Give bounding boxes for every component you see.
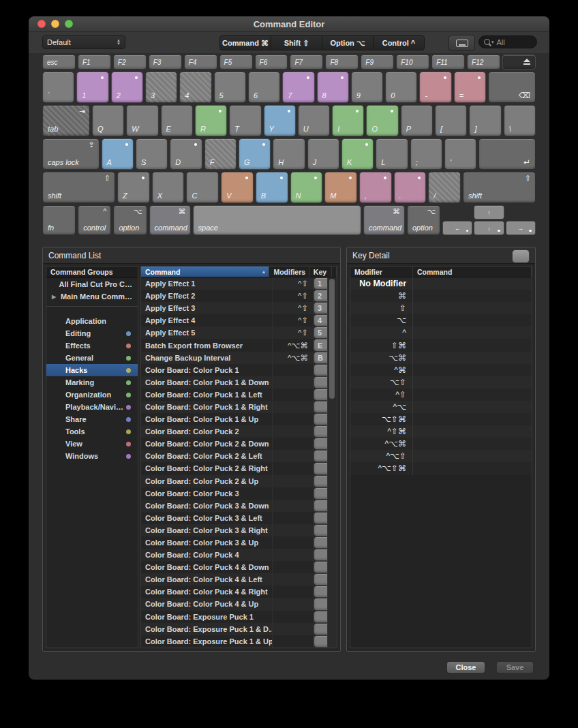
table-row[interactable]: Color Board: Color Puck 4 (141, 549, 337, 561)
modifier-row[interactable]: ^⇧ (350, 389, 532, 401)
key--[interactable]: ; (410, 138, 442, 170)
group-item-application[interactable]: Application (46, 315, 138, 327)
scrollbar-thumb[interactable] (329, 279, 335, 399)
key-r[interactable]: R (195, 105, 227, 136)
modifier-row[interactable]: ^⌥⌘ (350, 438, 532, 450)
column-header-key[interactable]: Key (309, 267, 332, 277)
key-f6[interactable]: F6 (255, 55, 288, 70)
table-row[interactable]: Change Backup Interval^⌥⌘B (141, 352, 337, 364)
key-p[interactable]: P (401, 105, 433, 136)
group-item-editing[interactable]: Editing (46, 327, 138, 339)
table-row[interactable]: Color Board: Color Puck 3 & Left (141, 512, 337, 524)
table-row[interactable]: Color Board: Exposure Puck 1 & D… (141, 623, 337, 635)
table-row[interactable]: Color Board: Color Puck 3 (141, 487, 337, 500)
key-d[interactable]: D (170, 138, 202, 170)
table-row[interactable]: Color Board: Color Puck 4 & Right (141, 586, 337, 598)
key-arrow-down[interactable]: ↓ (474, 221, 504, 235)
table-row[interactable]: Color Board: Color Puck 2 & Down (141, 438, 337, 450)
modifier-row[interactable]: ^⌥⇧⌘ (350, 462, 532, 474)
key-z[interactable]: Z (117, 172, 150, 203)
group-item-playback-navi-[interactable]: Playback/Navi… (46, 401, 138, 413)
modifier-filter-control[interactable]: Control ^ (374, 36, 424, 50)
table-row[interactable]: Apply Effect 2^⇧2 (141, 290, 337, 302)
modifier-row[interactable]: ⇧ (350, 302, 532, 314)
group-item-organization[interactable]: Organization (46, 389, 138, 401)
column-header-modifier[interactable]: Modifier (350, 267, 413, 277)
key-j[interactable]: J (307, 138, 339, 170)
command-table-scrollbar[interactable] (327, 277, 337, 648)
key-w[interactable]: W (126, 105, 158, 136)
group-item-all-final-cut-pro-c-[interactable]: All Final Cut Pro C… (46, 278, 138, 290)
modifier-row[interactable]: ⌥⌘ (350, 352, 532, 364)
table-row[interactable]: Color Board: Color Puck 2 & Right (141, 462, 337, 474)
close-button[interactable]: Close (446, 661, 485, 673)
key-f12[interactable]: F12 (467, 55, 500, 70)
modifier-row[interactable]: ^⌥⇧ (350, 450, 532, 462)
key--[interactable]: \ (504, 105, 536, 136)
minimize-window-button[interactable] (51, 20, 59, 28)
column-header-command[interactable]: Command▲ (141, 267, 269, 277)
key--[interactable]: [ (435, 105, 467, 136)
key-f5[interactable]: F5 (219, 55, 253, 70)
table-row[interactable]: Color Board: Color Puck 2 & Up (141, 475, 337, 487)
table-row[interactable]: Color Board: Color Puck 1 & Down (141, 376, 337, 389)
key-right-shift[interactable]: shift⇧ (463, 172, 536, 203)
table-row[interactable]: Apply Effect 5^⇧5 (141, 327, 337, 339)
key-b[interactable]: B (256, 172, 288, 203)
key-3[interactable]: 3 (145, 72, 177, 103)
key-return[interactable]: ↵ (478, 138, 536, 170)
table-row[interactable]: Color Board: Color Puck 4 & Up (141, 598, 337, 610)
key-k[interactable]: K (341, 138, 374, 170)
key-c[interactable]: C (186, 172, 219, 203)
key--[interactable]: ' (444, 138, 476, 170)
modifier-row[interactable]: ⇧⌘ (350, 339, 532, 351)
key-space[interactable]: space (193, 205, 361, 235)
command-set-dropdown[interactable]: Default ▲▼ (42, 35, 125, 49)
key-f4[interactable]: F4 (184, 55, 217, 70)
group-item-main-menu-comm-[interactable]: ▶Main Menu Comm… (46, 290, 138, 303)
key-f3[interactable]: F3 (149, 55, 182, 70)
key--[interactable]: / (428, 172, 461, 203)
modifier-filter-command[interactable]: Command ⌘ (220, 36, 271, 50)
modifier-filter-option[interactable]: Option ⌥ (322, 36, 374, 50)
column-header-modifiers[interactable]: Modifiers (269, 267, 309, 277)
key-f2[interactable]: F2 (113, 55, 147, 70)
key--[interactable]: . (394, 172, 427, 203)
save-button[interactable]: Save (496, 661, 534, 673)
table-row[interactable]: Color Board: Color Puck 1 & Left (141, 389, 337, 401)
modifier-row[interactable]: No Modifier (350, 277, 532, 290)
key-e[interactable]: E (161, 105, 193, 136)
group-item-windows[interactable]: Windows (46, 450, 138, 462)
search-field[interactable]: ▾ All (478, 35, 537, 48)
modifier-filter-shift[interactable]: Shift ⇧ (271, 36, 322, 50)
key-y[interactable]: Y (264, 105, 296, 136)
group-item-hacks[interactable]: Hacks (46, 364, 138, 376)
search-scope-chevron-icon[interactable]: ▾ (491, 40, 494, 45)
key-0[interactable]: 0 (385, 72, 417, 103)
key-5[interactable]: 5 (214, 72, 246, 103)
key-h[interactable]: H (273, 138, 305, 170)
key-f9[interactable]: F9 (361, 55, 394, 70)
modifier-row[interactable]: ⌘ (350, 290, 532, 302)
table-row[interactable]: Color Board: Color Puck 3 & Right (141, 524, 337, 536)
zoom-window-button[interactable] (65, 20, 73, 28)
key-caps-lock[interactable]: caps lock⇪ (42, 138, 100, 170)
key-m[interactable]: M (324, 172, 357, 203)
key--[interactable]: ] (469, 105, 501, 136)
key-eject[interactable] (502, 55, 536, 70)
table-row[interactable]: Batch Export from Browser^⌥⌘E (141, 339, 337, 351)
table-row[interactable]: Color Board: Color Puck 1 & Right (141, 401, 337, 413)
key-6[interactable]: 6 (248, 72, 280, 103)
group-item-view[interactable]: View (46, 438, 138, 450)
key-8[interactable]: 8 (317, 72, 349, 103)
table-row[interactable]: Color Board: Exposure Puck 1 (141, 611, 337, 623)
table-row[interactable]: Color Board: Exposure Puck 1 & Up (141, 635, 337, 648)
table-row[interactable]: Color Board: Color Puck 2 & Left (141, 450, 337, 462)
table-row[interactable]: Color Board: Color Puck 4 & Down (141, 561, 337, 573)
group-item-general[interactable]: General (46, 352, 138, 364)
key-option[interactable]: option⌥ (113, 205, 147, 235)
group-item-effects[interactable]: Effects (46, 339, 138, 352)
key-esc[interactable]: esc (42, 55, 76, 70)
modifier-row[interactable]: ^⇧⌘ (350, 425, 532, 438)
key-2[interactable]: 2 (111, 72, 143, 103)
